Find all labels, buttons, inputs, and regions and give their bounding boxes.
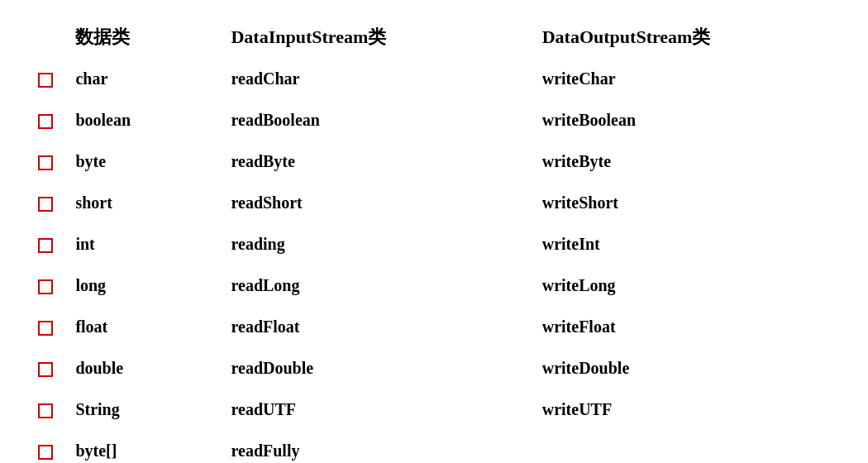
table-row: bytereadBytewriteByte xyxy=(25,141,843,182)
output-method-cell: writeLong xyxy=(532,265,843,306)
input-method-cell: readDouble xyxy=(221,347,532,389)
checkbox-icon[interactable] xyxy=(38,238,53,253)
checkbox-cell[interactable] xyxy=(25,141,65,182)
checkbox-icon[interactable] xyxy=(38,197,53,212)
input-method-cell: readChar xyxy=(221,58,532,99)
output-method-cell xyxy=(532,430,843,463)
type-cell: String xyxy=(65,389,221,430)
table-row: doublereadDoublewriteDouble xyxy=(25,347,843,389)
checkbox-icon[interactable] xyxy=(38,155,53,170)
input-method-cell: reading xyxy=(221,223,532,265)
input-method-cell: readFloat xyxy=(221,306,532,347)
type-cell: int xyxy=(65,223,221,265)
header-type: 数据类 xyxy=(65,17,221,58)
type-cell: boolean xyxy=(65,99,221,141)
checkbox-icon[interactable] xyxy=(38,321,53,336)
checkbox-icon[interactable] xyxy=(38,362,53,377)
checkbox-icon[interactable] xyxy=(38,114,53,129)
table-row: charreadCharwriteChar xyxy=(25,58,843,99)
header-checkbox-col xyxy=(25,17,65,58)
header-row: 数据类 DataInputStream类 DataOutputStream类 xyxy=(25,17,843,58)
checkbox-cell[interactable] xyxy=(25,265,65,306)
checkbox-cell[interactable] xyxy=(25,223,65,265)
table-row: byte[]readFully xyxy=(25,430,843,463)
output-method-cell: writeUTF xyxy=(532,389,843,430)
input-method-cell: readUTF xyxy=(221,389,532,430)
data-table: 数据类 DataInputStream类 DataOutputStream类 c… xyxy=(25,17,843,463)
table-row: StringreadUTFwriteUTF xyxy=(25,389,843,430)
checkbox-icon[interactable] xyxy=(38,279,53,294)
type-cell: double xyxy=(65,347,221,389)
type-cell: byte[] xyxy=(65,430,221,463)
input-method-cell: readByte xyxy=(221,141,532,182)
type-cell: byte xyxy=(65,141,221,182)
checkbox-icon[interactable] xyxy=(38,73,53,88)
header-input-stream: DataInputStream类 xyxy=(221,17,532,58)
output-method-cell: writeDouble xyxy=(532,347,843,389)
input-method-cell: readShort xyxy=(221,182,532,223)
type-cell: float xyxy=(65,306,221,347)
main-container: 数据类 DataInputStream类 DataOutputStream类 c… xyxy=(0,0,868,463)
output-method-cell: writeChar xyxy=(532,58,843,99)
checkbox-icon[interactable] xyxy=(38,403,53,418)
checkbox-cell[interactable] xyxy=(25,430,65,463)
type-cell: char xyxy=(65,58,221,99)
input-method-cell: readLong xyxy=(221,265,532,306)
table-row: longreadLongwriteLong xyxy=(25,265,843,306)
checkbox-cell[interactable] xyxy=(25,182,65,223)
input-method-cell: readBoolean xyxy=(221,99,532,141)
checkbox-icon[interactable] xyxy=(38,445,53,460)
checkbox-cell[interactable] xyxy=(25,58,65,99)
output-method-cell: writeByte xyxy=(532,141,843,182)
table-row: booleanreadBooleanwriteBoolean xyxy=(25,99,843,141)
input-method-cell: readFully xyxy=(221,430,532,463)
type-cell: short xyxy=(65,182,221,223)
checkbox-cell[interactable] xyxy=(25,99,65,141)
output-method-cell: writeBoolean xyxy=(532,99,843,141)
type-cell: long xyxy=(65,265,221,306)
table-row: shortreadShortwriteShort xyxy=(25,182,843,223)
checkbox-cell[interactable] xyxy=(25,389,65,430)
output-method-cell: writeInt xyxy=(532,223,843,265)
header-output-stream: DataOutputStream类 xyxy=(532,17,843,58)
checkbox-cell[interactable] xyxy=(25,306,65,347)
table-row: intreadingwriteInt xyxy=(25,223,843,265)
output-method-cell: writeShort xyxy=(532,182,843,223)
output-method-cell: writeFloat xyxy=(532,306,843,347)
table-row: floatreadFloatwriteFloat xyxy=(25,306,843,347)
checkbox-cell[interactable] xyxy=(25,347,65,389)
